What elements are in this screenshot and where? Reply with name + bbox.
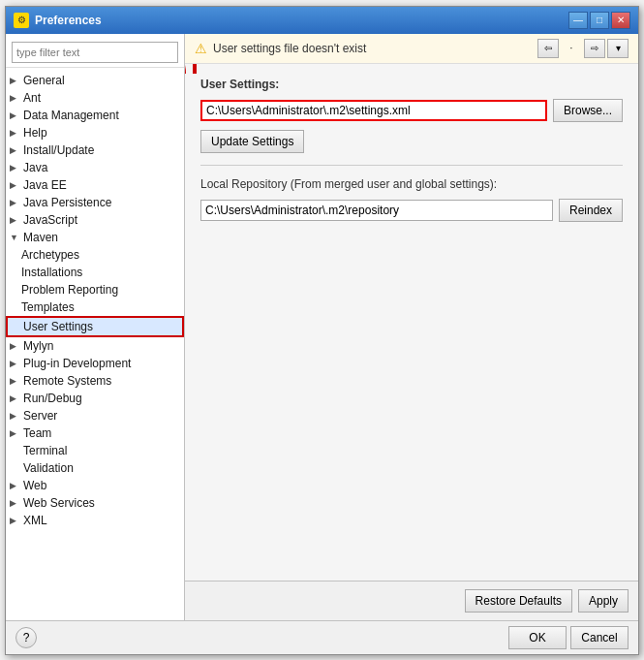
sidebar-item-ant[interactable]: ▶ Ant: [6, 89, 184, 107]
local-repo-input[interactable]: [200, 200, 553, 221]
restore-defaults-button[interactable]: Restore Defaults: [465, 589, 572, 613]
user-settings-input[interactable]: [200, 100, 547, 121]
sidebar-child-installations[interactable]: Installations: [6, 264, 184, 281]
sidebar-child-templates[interactable]: Templates: [6, 299, 184, 316]
sidebar-label-validation: Validation: [23, 461, 180, 475]
expand-arrow-xml: ▶: [10, 516, 23, 525]
expand-arrow-server: ▶: [10, 411, 23, 421]
expand-arrow-team: ▶: [10, 428, 23, 438]
sidebar-item-java-ee[interactable]: ▶ Java EE: [6, 176, 184, 194]
cancel-button[interactable]: Cancel: [570, 626, 629, 649]
expand-arrow-general: ▶: [10, 76, 23, 85]
sidebar-label-general: General: [23, 74, 180, 87]
expand-arrow-data-management: ▶: [10, 110, 23, 120]
window-icon: ⚙: [14, 13, 29, 28]
expand-arrow-run-debug: ▶: [10, 393, 23, 403]
info-bar: ⚠ User settings file doesn't exist ⇦ · ⇨…: [185, 34, 638, 64]
sidebar-item-plugin-development[interactable]: ▶ Plug-in Development: [6, 355, 184, 372]
local-repo-label: Local Repository (From merged user and g…: [200, 177, 623, 191]
sidebar-label-javascript: JavaScript: [23, 213, 180, 227]
maximize-button[interactable]: □: [590, 12, 609, 29]
window-title: Preferences: [35, 14, 568, 27]
expand-arrow-plugin: ▶: [10, 359, 23, 368]
red-arrow-indicator: [187, 64, 202, 77]
sidebar-item-mylyn[interactable]: ▶ Mylyn: [6, 337, 184, 355]
sidebar-label-remote-systems: Remote Systems: [23, 374, 180, 388]
sidebar-label-java-persistence: Java Persistence: [23, 196, 180, 209]
sidebar-label-terminal: Terminal: [23, 444, 180, 457]
sidebar-item-install-update[interactable]: ▶ Install/Update: [6, 141, 184, 159]
browse-button[interactable]: Browse...: [553, 99, 623, 122]
sidebar-child-problem-reporting[interactable]: Problem Reporting: [6, 281, 184, 299]
sidebar-label-data-management: Data Management: [23, 109, 180, 122]
expand-arrow-ant: ▶: [10, 93, 23, 103]
local-repo-row: Reindex: [200, 199, 623, 222]
sidebar-label-problem-reporting: Problem Reporting: [21, 283, 118, 297]
sidebar-label-templates: Templates: [21, 300, 75, 314]
sidebar-item-run-debug[interactable]: ▶ Run/Debug: [6, 390, 184, 407]
sidebar-item-java[interactable]: ▶ Java: [6, 159, 184, 176]
nav-separator: ·: [561, 39, 582, 58]
sidebar-label-server: Server: [23, 409, 180, 423]
sidebar-label-ant: Ant: [23, 91, 180, 105]
nav-menu-button[interactable]: ▾: [607, 39, 629, 58]
sidebar-label-team: Team: [23, 426, 180, 440]
nav-back-button[interactable]: ⇦: [537, 39, 559, 58]
sidebar-label-maven: Maven: [23, 231, 180, 244]
title-bar: ⚙ Preferences — □ ✕: [6, 7, 638, 34]
sidebar-item-maven[interactable]: ▼ Maven: [6, 229, 184, 246]
ok-button[interactable]: OK: [508, 626, 567, 649]
expand-arrow-remote-systems: ▶: [10, 376, 23, 386]
sidebar-item-team[interactable]: ▶ Team: [6, 424, 184, 442]
sidebar-item-web[interactable]: ▶ Web: [6, 477, 184, 494]
sidebar-item-validation[interactable]: ▶ Validation: [6, 459, 184, 477]
content-area: ▶ General ▶ Ant ▶ Data Management ▶ Help…: [6, 34, 638, 620]
expand-arrow-help: ▶: [10, 128, 23, 138]
expand-arrow-java: ▶: [10, 163, 23, 173]
expand-arrow-java-ee: ▶: [10, 180, 23, 190]
sidebar-label-install-update: Install/Update: [23, 143, 180, 157]
nav-forward-button[interactable]: ⇨: [584, 39, 605, 58]
minimize-button[interactable]: —: [568, 12, 588, 29]
sidebar-label-xml: XML: [23, 514, 180, 527]
sidebar-child-archetypes[interactable]: Archetypes: [6, 246, 184, 264]
filter-box: [6, 38, 184, 68]
user-settings-row: Browse...: [200, 99, 623, 122]
sidebar-label-user-settings: User Settings: [23, 320, 93, 333]
expand-arrow-install: ▶: [10, 145, 23, 155]
sidebar: ▶ General ▶ Ant ▶ Data Management ▶ Help…: [6, 34, 185, 620]
status-bar: ? OK Cancel: [6, 620, 638, 654]
sidebar-item-javascript[interactable]: ▶ JavaScript: [6, 211, 184, 229]
expand-arrow-java-persistence: ▶: [10, 198, 23, 207]
sidebar-item-terminal[interactable]: ▶ Terminal: [6, 442, 184, 459]
sidebar-label-plugin-development: Plug-in Development: [23, 357, 180, 370]
expand-arrow-web: ▶: [10, 481, 23, 490]
panel-content: User Settings: Browse... Update Settings…: [185, 64, 638, 581]
sidebar-item-general[interactable]: ▶ General: [6, 72, 184, 89]
close-button[interactable]: ✕: [611, 12, 630, 29]
user-settings-label: User Settings:: [200, 78, 623, 91]
info-message: User settings file doesn't exist: [213, 42, 532, 55]
sidebar-item-data-management[interactable]: ▶ Data Management: [6, 107, 184, 124]
sidebar-item-server[interactable]: ▶ Server: [6, 407, 184, 424]
sidebar-label-archetypes: Archetypes: [21, 248, 79, 262]
sidebar-label-java: Java: [23, 161, 180, 174]
sidebar-item-web-services[interactable]: ▶ Web Services: [6, 494, 184, 512]
sidebar-child-user-settings[interactable]: User Settings: [6, 316, 184, 337]
warning-icon: ⚠: [195, 41, 207, 56]
sidebar-label-mylyn: Mylyn: [23, 339, 180, 353]
preferences-window: ⚙ Preferences — □ ✕ ▶ General ▶ Ant ▶: [5, 6, 639, 655]
help-button[interactable]: ?: [15, 627, 37, 648]
apply-button[interactable]: Apply: [578, 589, 629, 613]
reindex-button[interactable]: Reindex: [559, 199, 623, 222]
sidebar-item-remote-systems[interactable]: ▶ Remote Systems: [6, 372, 184, 390]
sidebar-item-java-persistence[interactable]: ▶ Java Persistence: [6, 194, 184, 211]
update-settings-button[interactable]: Update Settings: [200, 130, 304, 153]
sidebar-label-web-services: Web Services: [23, 496, 180, 510]
expand-arrow-web-services: ▶: [10, 498, 23, 508]
sidebar-label-java-ee: Java EE: [23, 178, 180, 192]
sidebar-label-run-debug: Run/Debug: [23, 392, 180, 405]
filter-input[interactable]: [12, 42, 178, 63]
sidebar-item-xml[interactable]: ▶ XML: [6, 512, 184, 529]
sidebar-item-help[interactable]: ▶ Help: [6, 124, 184, 141]
